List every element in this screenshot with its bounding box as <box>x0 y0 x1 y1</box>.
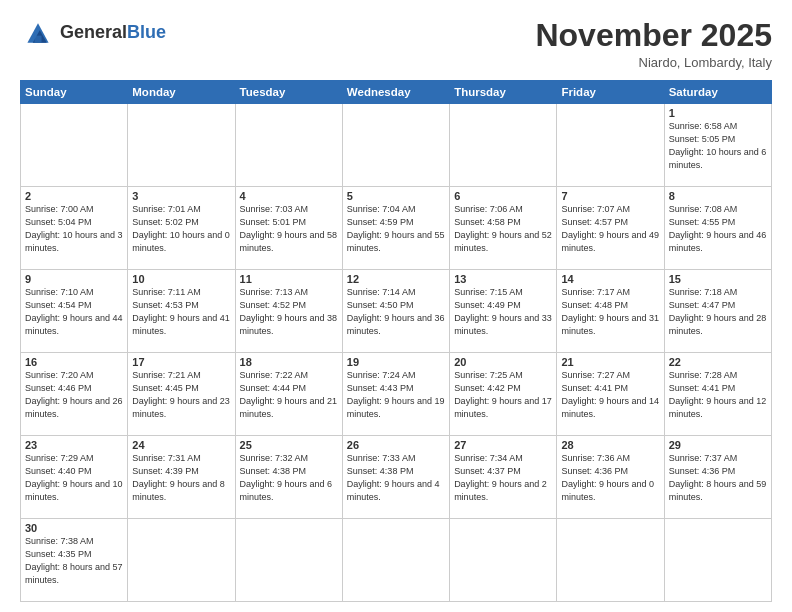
calendar-cell: 16Sunrise: 7:20 AM Sunset: 4:46 PM Dayli… <box>21 353 128 436</box>
day-of-week-saturday: Saturday <box>664 81 771 104</box>
day-info: Sunrise: 7:37 AM Sunset: 4:36 PM Dayligh… <box>669 452 767 504</box>
day-number: 10 <box>132 273 230 285</box>
calendar-cell: 12Sunrise: 7:14 AM Sunset: 4:50 PM Dayli… <box>342 270 449 353</box>
calendar-cell <box>235 519 342 602</box>
day-info: Sunrise: 7:27 AM Sunset: 4:41 PM Dayligh… <box>561 369 659 421</box>
day-info: Sunrise: 7:32 AM Sunset: 4:38 PM Dayligh… <box>240 452 338 504</box>
svg-rect-2 <box>34 36 41 43</box>
day-info: Sunrise: 7:33 AM Sunset: 4:38 PM Dayligh… <box>347 452 445 504</box>
day-info: Sunrise: 7:29 AM Sunset: 4:40 PM Dayligh… <box>25 452 123 504</box>
calendar-cell: 4Sunrise: 7:03 AM Sunset: 5:01 PM Daylig… <box>235 187 342 270</box>
location: Niardo, Lombardy, Italy <box>535 55 772 70</box>
day-number: 12 <box>347 273 445 285</box>
calendar-week-5: 23Sunrise: 7:29 AM Sunset: 4:40 PM Dayli… <box>21 436 772 519</box>
calendar-cell <box>342 104 449 187</box>
day-of-week-thursday: Thursday <box>450 81 557 104</box>
day-info: Sunrise: 7:07 AM Sunset: 4:57 PM Dayligh… <box>561 203 659 255</box>
day-info: Sunrise: 7:03 AM Sunset: 5:01 PM Dayligh… <box>240 203 338 255</box>
calendar-cell: 10Sunrise: 7:11 AM Sunset: 4:53 PM Dayli… <box>128 270 235 353</box>
day-info: Sunrise: 7:21 AM Sunset: 4:45 PM Dayligh… <box>132 369 230 421</box>
calendar-cell: 28Sunrise: 7:36 AM Sunset: 4:36 PM Dayli… <box>557 436 664 519</box>
calendar-cell: 20Sunrise: 7:25 AM Sunset: 4:42 PM Dayli… <box>450 353 557 436</box>
calendar-cell: 9Sunrise: 7:10 AM Sunset: 4:54 PM Daylig… <box>21 270 128 353</box>
calendar-cell: 30Sunrise: 7:38 AM Sunset: 4:35 PM Dayli… <box>21 519 128 602</box>
day-info: Sunrise: 7:06 AM Sunset: 4:58 PM Dayligh… <box>454 203 552 255</box>
calendar-cell: 24Sunrise: 7:31 AM Sunset: 4:39 PM Dayli… <box>128 436 235 519</box>
calendar-cell: 26Sunrise: 7:33 AM Sunset: 4:38 PM Dayli… <box>342 436 449 519</box>
day-number: 13 <box>454 273 552 285</box>
header: GeneralBlue November 2025 Niardo, Lombar… <box>20 18 772 70</box>
day-info: Sunrise: 7:11 AM Sunset: 4:53 PM Dayligh… <box>132 286 230 338</box>
day-number: 18 <box>240 356 338 368</box>
day-info: Sunrise: 7:04 AM Sunset: 4:59 PM Dayligh… <box>347 203 445 255</box>
day-info: Sunrise: 7:38 AM Sunset: 4:35 PM Dayligh… <box>25 535 123 587</box>
day-number: 14 <box>561 273 659 285</box>
calendar-week-3: 9Sunrise: 7:10 AM Sunset: 4:54 PM Daylig… <box>21 270 772 353</box>
day-number: 6 <box>454 190 552 202</box>
calendar-cell: 25Sunrise: 7:32 AM Sunset: 4:38 PM Dayli… <box>235 436 342 519</box>
calendar-cell <box>235 104 342 187</box>
day-number: 21 <box>561 356 659 368</box>
calendar-cell: 23Sunrise: 7:29 AM Sunset: 4:40 PM Dayli… <box>21 436 128 519</box>
logo-text: GeneralBlue <box>60 23 166 43</box>
calendar-cell: 15Sunrise: 7:18 AM Sunset: 4:47 PM Dayli… <box>664 270 771 353</box>
day-info: Sunrise: 7:28 AM Sunset: 4:41 PM Dayligh… <box>669 369 767 421</box>
day-of-week-monday: Monday <box>128 81 235 104</box>
day-of-week-tuesday: Tuesday <box>235 81 342 104</box>
day-info: Sunrise: 7:31 AM Sunset: 4:39 PM Dayligh… <box>132 452 230 504</box>
day-number: 9 <box>25 273 123 285</box>
day-info: Sunrise: 7:22 AM Sunset: 4:44 PM Dayligh… <box>240 369 338 421</box>
calendar-week-6: 30Sunrise: 7:38 AM Sunset: 4:35 PM Dayli… <box>21 519 772 602</box>
calendar-cell: 8Sunrise: 7:08 AM Sunset: 4:55 PM Daylig… <box>664 187 771 270</box>
calendar-table: SundayMondayTuesdayWednesdayThursdayFrid… <box>20 80 772 602</box>
calendar-cell <box>664 519 771 602</box>
calendar-cell: 5Sunrise: 7:04 AM Sunset: 4:59 PM Daylig… <box>342 187 449 270</box>
calendar-week-1: 1Sunrise: 6:58 AM Sunset: 5:05 PM Daylig… <box>21 104 772 187</box>
calendar-cell: 29Sunrise: 7:37 AM Sunset: 4:36 PM Dayli… <box>664 436 771 519</box>
calendar-header-row: SundayMondayTuesdayWednesdayThursdayFrid… <box>21 81 772 104</box>
day-number: 30 <box>25 522 123 534</box>
logo-icon <box>20 18 56 48</box>
day-number: 26 <box>347 439 445 451</box>
day-number: 3 <box>132 190 230 202</box>
day-number: 25 <box>240 439 338 451</box>
day-number: 4 <box>240 190 338 202</box>
calendar-cell <box>21 104 128 187</box>
day-of-week-wednesday: Wednesday <box>342 81 449 104</box>
calendar-cell: 3Sunrise: 7:01 AM Sunset: 5:02 PM Daylig… <box>128 187 235 270</box>
calendar-cell <box>128 519 235 602</box>
day-info: Sunrise: 7:08 AM Sunset: 4:55 PM Dayligh… <box>669 203 767 255</box>
day-info: Sunrise: 7:17 AM Sunset: 4:48 PM Dayligh… <box>561 286 659 338</box>
day-number: 11 <box>240 273 338 285</box>
calendar-cell: 18Sunrise: 7:22 AM Sunset: 4:44 PM Dayli… <box>235 353 342 436</box>
day-number: 22 <box>669 356 767 368</box>
calendar-cell <box>450 519 557 602</box>
day-number: 19 <box>347 356 445 368</box>
day-number: 27 <box>454 439 552 451</box>
calendar-cell: 19Sunrise: 7:24 AM Sunset: 4:43 PM Dayli… <box>342 353 449 436</box>
day-info: Sunrise: 7:00 AM Sunset: 5:04 PM Dayligh… <box>25 203 123 255</box>
month-title: November 2025 <box>535 18 772 53</box>
logo-blue: Blue <box>127 22 166 42</box>
calendar-cell: 11Sunrise: 7:13 AM Sunset: 4:52 PM Dayli… <box>235 270 342 353</box>
day-info: Sunrise: 7:15 AM Sunset: 4:49 PM Dayligh… <box>454 286 552 338</box>
day-info: Sunrise: 7:36 AM Sunset: 4:36 PM Dayligh… <box>561 452 659 504</box>
day-number: 8 <box>669 190 767 202</box>
day-number: 5 <box>347 190 445 202</box>
logo: GeneralBlue <box>20 18 166 48</box>
day-info: Sunrise: 6:58 AM Sunset: 5:05 PM Dayligh… <box>669 120 767 172</box>
calendar-cell <box>557 519 664 602</box>
day-of-week-friday: Friday <box>557 81 664 104</box>
day-number: 20 <box>454 356 552 368</box>
calendar-cell: 27Sunrise: 7:34 AM Sunset: 4:37 PM Dayli… <box>450 436 557 519</box>
title-block: November 2025 Niardo, Lombardy, Italy <box>535 18 772 70</box>
day-info: Sunrise: 7:24 AM Sunset: 4:43 PM Dayligh… <box>347 369 445 421</box>
day-number: 24 <box>132 439 230 451</box>
day-number: 7 <box>561 190 659 202</box>
day-number: 15 <box>669 273 767 285</box>
calendar-week-4: 16Sunrise: 7:20 AM Sunset: 4:46 PM Dayli… <box>21 353 772 436</box>
day-info: Sunrise: 7:01 AM Sunset: 5:02 PM Dayligh… <box>132 203 230 255</box>
day-number: 29 <box>669 439 767 451</box>
day-info: Sunrise: 7:14 AM Sunset: 4:50 PM Dayligh… <box>347 286 445 338</box>
calendar-cell: 1Sunrise: 6:58 AM Sunset: 5:05 PM Daylig… <box>664 104 771 187</box>
